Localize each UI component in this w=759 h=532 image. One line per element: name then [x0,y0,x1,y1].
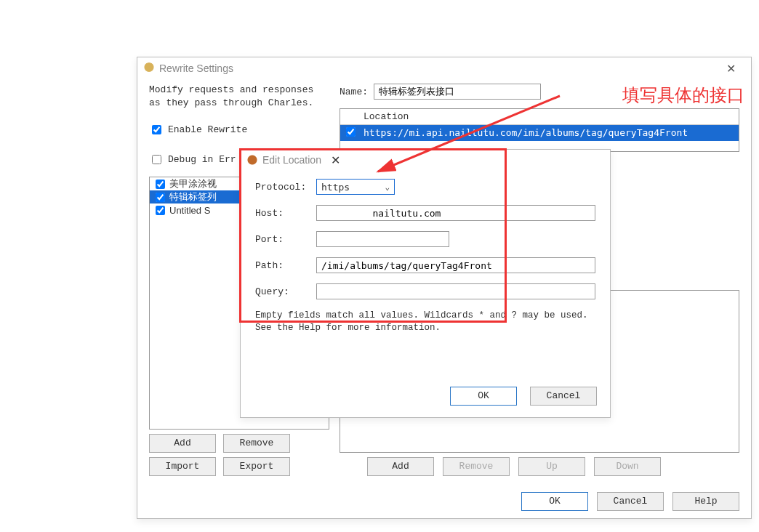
query-label: Query: [255,286,316,297]
host-label: Host: [255,208,316,219]
cancel-button[interactable]: Cancel [530,387,597,406]
description: Modify requests and responses as they pa… [149,84,329,110]
location-remove-button[interactable]: Remove [443,457,510,476]
help-text: Empty fields match all values. Wildcards… [241,310,610,334]
location-add-button[interactable]: Add [367,457,434,476]
location-header: Location [361,109,739,124]
chevron-down-icon: ⌄ [385,182,390,192]
edit-location-window: Edit Location ✕ Protocol: https ⌄ Host: … [240,149,611,418]
path-label: Path: [255,260,316,271]
enable-rewrite-label: Enable Rewrite [168,124,247,135]
location-table: Location https://mi.api.nailtutu.com/imi… [340,108,739,152]
window-title: Rewrite Settings [159,63,233,74]
location-checkbox[interactable] [346,127,356,137]
table-header-check [340,109,361,124]
port-label: Port: [255,234,316,245]
remove-button[interactable]: Remove [223,434,290,453]
rule-label: Untitled S [169,205,210,216]
rule-label: 美甲涂涂视 [169,177,217,190]
location-up-button[interactable]: Up [518,457,585,476]
name-label: Name: [340,86,368,97]
port-input[interactable] [316,231,449,247]
window-title: Edit Location [262,154,321,166]
close-icon[interactable]: ✕ [321,153,350,167]
titlebar: Rewrite Settings ✕ [137,57,751,79]
protocol-value: https [321,182,350,193]
protocol-label: Protocol: [255,182,316,193]
close-icon[interactable]: ✕ [716,62,745,76]
export-button[interactable]: Export [223,457,290,476]
import-button[interactable]: Import [149,457,216,476]
app-icon [246,154,258,166]
location-url: https://mi.api.nailtutu.com/imi/albums/t… [361,125,739,141]
help-button[interactable]: Help [672,492,739,511]
table-row[interactable]: https://mi.api.nailtutu.com/imi/albums/t… [340,125,739,141]
add-button[interactable]: Add [149,434,216,453]
rule-checkbox[interactable] [156,206,165,215]
query-input[interactable] [316,283,595,299]
cancel-button[interactable]: Cancel [597,492,664,511]
ok-button[interactable]: OK [521,492,588,511]
protocol-combobox[interactable]: https ⌄ [316,179,395,195]
ok-button[interactable]: OK [450,387,517,406]
enable-rewrite-checkbox[interactable] [152,125,161,134]
host-input[interactable] [316,205,595,221]
rule-checkbox[interactable] [156,193,165,202]
name-input[interactable] [374,84,541,100]
rule-label: 特辑标签列 [169,190,217,203]
debug-label: Debug in Err [168,154,236,165]
rule-checkbox[interactable] [156,180,165,189]
app-icon [143,63,155,74]
location-down-button[interactable]: Down [594,457,661,476]
path-input[interactable] [316,257,595,273]
debug-checkbox[interactable] [152,155,161,164]
